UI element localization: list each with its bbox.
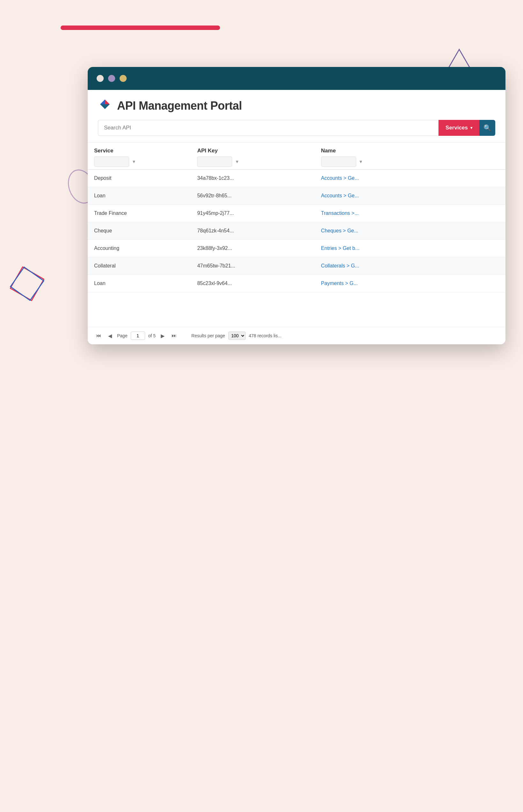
column-header-name: Name ▼ (315, 143, 505, 170)
cell-service: Cheque (88, 222, 191, 240)
service-filter-icon: ▼ (132, 159, 136, 164)
cell-service: Trade Finance (88, 205, 191, 222)
app-content: API Management Portal Services ▾ 🔍 (88, 90, 505, 344)
name-filter-input[interactable] (321, 156, 356, 167)
svg-marker-5 (100, 99, 105, 104)
services-dropdown-button[interactable]: Services ▾ (438, 120, 479, 136)
table-row: Deposit34a78bx-1c23...Accounts > Ge... (88, 170, 505, 187)
browser-dot-minimize[interactable] (108, 75, 115, 82)
column-header-service: Service ▼ (88, 143, 191, 170)
cell-apikey: 34a78bx-1c23... (191, 170, 314, 187)
search-icon: 🔍 (484, 124, 491, 132)
cell-service: Loan (88, 187, 191, 205)
cell-name[interactable]: Entries > Get b... (315, 240, 505, 257)
prev-page-button[interactable]: ◀ (106, 332, 114, 339)
last-page-button[interactable]: ⏭ (170, 332, 179, 339)
app-title-row: API Management Portal (98, 99, 495, 113)
cell-service: Accounting (88, 240, 191, 257)
table-row: Cheque78q61zk-4n54...Cheques > Ge... (88, 222, 505, 240)
svg-marker-2 (105, 99, 110, 104)
table-row: Trade Finance91y45mp-2j77...Transactions… (88, 205, 505, 222)
decorative-diamond (10, 266, 44, 301)
decorative-bar (60, 25, 220, 30)
search-input[interactable] (98, 120, 438, 136)
app-header: API Management Portal Services ▾ 🔍 (88, 90, 505, 143)
search-button[interactable]: 🔍 (479, 120, 495, 136)
cell-apikey: 85c23xl-9v64... (191, 275, 314, 292)
cell-name[interactable]: Transactions >... (315, 205, 505, 222)
app-title-text: API Management Portal (117, 99, 242, 113)
cell-service: Deposit (88, 170, 191, 187)
browser-dot-close[interactable] (97, 75, 104, 82)
table-container: Service ▼ API Key ▼ (88, 143, 505, 327)
svg-marker-3 (105, 104, 110, 109)
per-page-select[interactable]: 100 50 25 (228, 332, 246, 340)
apikey-filter-input[interactable] (197, 156, 232, 167)
cell-name[interactable]: Accounts > Ge... (315, 170, 505, 187)
service-filter-input[interactable] (94, 156, 129, 167)
browser-titlebar (88, 67, 505, 90)
chevron-down-icon: ▾ (470, 126, 472, 130)
next-page-button[interactable]: ▶ (159, 332, 166, 339)
search-bar: Services ▾ 🔍 (98, 120, 495, 136)
name-filter-icon: ▼ (359, 159, 363, 164)
page-total: of 5 (148, 333, 156, 338)
cell-service: Loan (88, 275, 191, 292)
svg-marker-4 (100, 104, 105, 109)
cell-name[interactable]: Collaterals > G... (315, 257, 505, 275)
cell-apikey: 23k88fy-3x92... (191, 240, 314, 257)
cell-apikey: 91y45mp-2j77... (191, 205, 314, 222)
table-row: Loan85c23xl-9v64...Payments > G... (88, 275, 505, 292)
records-count: 478 records lis... (249, 333, 282, 338)
results-per-page-label: Results per page (191, 333, 225, 338)
cell-name[interactable]: Payments > G... (315, 275, 505, 292)
table-body: Deposit34a78bx-1c23...Accounts > Ge...Lo… (88, 170, 505, 292)
api-table: Service ▼ API Key ▼ (88, 143, 505, 292)
cell-service: Collateral (88, 257, 191, 275)
page-number-input[interactable] (131, 332, 145, 340)
first-page-button[interactable]: ⏮ (94, 332, 103, 339)
apikey-filter-icon: ▼ (235, 159, 239, 164)
cell-apikey: 47m65tw-7b21... (191, 257, 314, 275)
table-row: Loan56v92tr-8h65...Accounts > Ge... (88, 187, 505, 205)
logo-icon (98, 99, 112, 113)
page-label: Page (117, 333, 128, 338)
column-header-apikey: API Key ▼ (191, 143, 314, 170)
services-label: Services (446, 125, 468, 131)
browser-dot-maximize[interactable] (120, 75, 127, 82)
table-row: Accounting23k88fy-3x92...Entries > Get b… (88, 240, 505, 257)
table-header: Service ▼ API Key ▼ (88, 143, 505, 170)
cell-apikey: 78q61zk-4n54... (191, 222, 314, 240)
table-row: Collateral47m65tw-7b21...Collaterals > G… (88, 257, 505, 275)
browser-window: API Management Portal Services ▾ 🔍 (88, 67, 505, 344)
cell-name[interactable]: Cheques > Ge... (315, 222, 505, 240)
pagination: ⏮ ◀ Page of 5 ▶ ⏭ Results per page 100 5… (88, 327, 505, 344)
cell-apikey: 56v92tr-8h65... (191, 187, 314, 205)
cell-name[interactable]: Accounts > Ge... (315, 187, 505, 205)
